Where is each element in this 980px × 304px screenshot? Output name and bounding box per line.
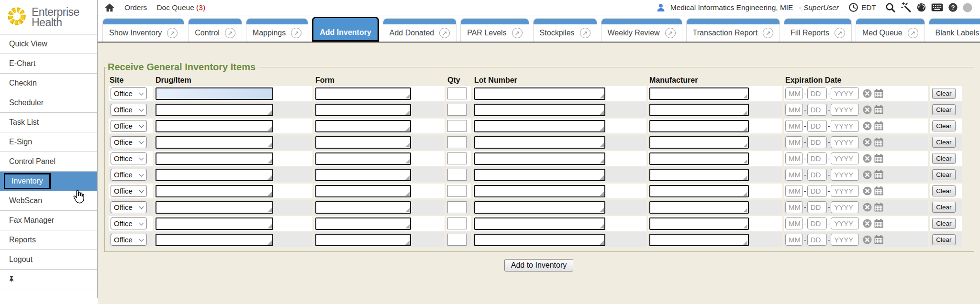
exp-month-input[interactable] <box>785 201 803 213</box>
add-to-inventory-button[interactable]: Add to Inventory <box>504 259 574 271</box>
manufacturer-input[interactable] <box>649 201 749 214</box>
popout-arrow-icon[interactable]: ↗ <box>835 28 845 38</box>
form-input[interactable] <box>315 201 411 214</box>
clear-row-button[interactable]: Clear <box>932 88 956 99</box>
home-icon[interactable] <box>104 2 115 13</box>
form-input[interactable] <box>315 185 411 197</box>
manufacturer-input[interactable] <box>649 136 749 149</box>
site-select[interactable]: Office <box>111 217 147 229</box>
exp-day-input[interactable] <box>807 185 827 197</box>
qty-input[interactable] <box>447 234 467 246</box>
drug-item-input[interactable] <box>156 136 273 149</box>
tab-weekly-review[interactable]: Weekly Review↗ <box>601 18 682 42</box>
qty-input[interactable] <box>447 217 467 229</box>
popout-arrow-icon[interactable]: ↗ <box>908 28 918 38</box>
exp-day-input[interactable] <box>807 120 827 132</box>
site-select[interactable]: Office <box>111 234 147 246</box>
exp-year-input[interactable] <box>831 87 859 99</box>
calendar-icon[interactable] <box>874 235 884 245</box>
clear-date-icon[interactable] <box>863 203 872 212</box>
sidebar-item-inventory[interactable]: Inventory <box>0 172 97 191</box>
breadcrumb-orders[interactable]: Orders <box>124 3 147 12</box>
manufacturer-input[interactable] <box>649 217 749 230</box>
site-select[interactable]: Office <box>111 169 147 181</box>
keyboard-icon[interactable] <box>931 3 943 11</box>
pushpin-icon[interactable] <box>8 275 15 283</box>
site-select[interactable]: Office <box>111 87 147 99</box>
sidebar-item-e-chart[interactable]: E-Chart <box>0 54 97 74</box>
exp-month-input[interactable] <box>785 234 803 246</box>
clear-date-icon[interactable] <box>863 138 872 147</box>
popout-arrow-icon[interactable]: ↗ <box>167 28 178 38</box>
tab-mappings[interactable]: Mappings↗ <box>246 18 308 42</box>
exp-month-input[interactable] <box>785 152 803 164</box>
drug-item-input[interactable] <box>156 120 273 132</box>
popout-arrow-icon[interactable]: ↗ <box>225 28 235 38</box>
tab-add-inventory[interactable]: Add Inventory <box>312 17 379 42</box>
lot-number-input[interactable] <box>474 136 605 149</box>
manufacturer-input[interactable] <box>649 120 749 132</box>
form-input[interactable] <box>315 234 411 246</box>
exp-day-input[interactable] <box>807 136 827 148</box>
lot-number-input[interactable] <box>474 104 605 116</box>
clear-date-icon[interactable] <box>863 89 872 98</box>
tab-show-inventory[interactable]: Show Inventory↗ <box>102 18 184 42</box>
exp-day-input[interactable] <box>807 201 827 213</box>
sidebar-item-task-list[interactable]: Task List <box>0 113 97 132</box>
site-select[interactable]: Office <box>111 136 147 148</box>
form-input[interactable] <box>315 120 411 132</box>
form-input[interactable] <box>315 136 411 149</box>
sidebar-item-e-sign[interactable]: E-Sign <box>0 132 97 152</box>
sidebar-item-reports[interactable]: Reports <box>0 230 97 250</box>
clear-row-button[interactable]: Clear <box>932 218 956 229</box>
exp-day-input[interactable] <box>807 169 827 181</box>
clear-date-icon[interactable] <box>863 170 872 179</box>
user-icon[interactable] <box>656 3 666 12</box>
clear-date-icon[interactable] <box>863 235 872 244</box>
tab-fill-reports[interactable]: Fill Reports↗ <box>784 18 852 42</box>
clear-date-icon[interactable] <box>863 121 872 130</box>
site-select[interactable]: Office <box>111 152 147 164</box>
drug-item-input[interactable] <box>156 87 273 100</box>
lot-number-input[interactable] <box>474 234 605 246</box>
exp-year-input[interactable] <box>831 136 859 148</box>
drug-item-input[interactable] <box>156 104 273 116</box>
site-select[interactable]: Office <box>111 201 147 213</box>
tab-med-queue[interactable]: Med Queue↗ <box>856 18 925 42</box>
lot-number-input[interactable] <box>474 169 605 181</box>
drug-item-input[interactable] <box>156 169 273 181</box>
exp-year-input[interactable] <box>831 217 859 229</box>
form-input[interactable] <box>315 217 411 230</box>
exp-month-input[interactable] <box>785 87 803 99</box>
clear-row-button[interactable]: Clear <box>932 169 956 180</box>
calendar-icon[interactable] <box>874 153 884 163</box>
exp-year-input[interactable] <box>831 169 859 181</box>
sidebar-item-webscan[interactable]: WebScan <box>0 191 97 211</box>
manufacturer-input[interactable] <box>649 234 749 246</box>
exp-day-input[interactable] <box>807 217 827 229</box>
qty-input[interactable] <box>447 87 467 99</box>
clear-date-icon[interactable] <box>863 154 872 163</box>
exp-month-input[interactable] <box>785 136 803 148</box>
manufacturer-input[interactable] <box>649 185 749 197</box>
form-input[interactable] <box>315 169 411 181</box>
search-icon[interactable] <box>885 2 896 13</box>
lot-number-input[interactable] <box>474 152 605 165</box>
exp-day-input[interactable] <box>807 234 827 246</box>
exp-year-input[interactable] <box>831 104 859 116</box>
qty-input[interactable] <box>447 169 467 181</box>
sidebar-item-scheduler[interactable]: Scheduler <box>0 93 97 113</box>
clear-row-button[interactable]: Clear <box>932 137 956 148</box>
popout-arrow-icon[interactable]: ↗ <box>665 28 676 38</box>
tab-control[interactable]: Control↗ <box>188 18 242 42</box>
form-input[interactable] <box>315 87 411 100</box>
clear-row-button[interactable]: Clear <box>932 202 956 213</box>
tab-stockpiles[interactable]: Stockpiles↗ <box>533 18 597 42</box>
site-select[interactable]: Office <box>111 120 147 132</box>
clear-date-icon[interactable] <box>863 105 872 114</box>
sidebar-item-checkin[interactable]: Checkin <box>0 74 97 93</box>
clear-row-button[interactable]: Clear <box>932 104 956 115</box>
calendar-icon[interactable] <box>874 218 884 228</box>
clear-date-icon[interactable] <box>863 219 872 228</box>
drug-item-input[interactable] <box>156 185 273 197</box>
